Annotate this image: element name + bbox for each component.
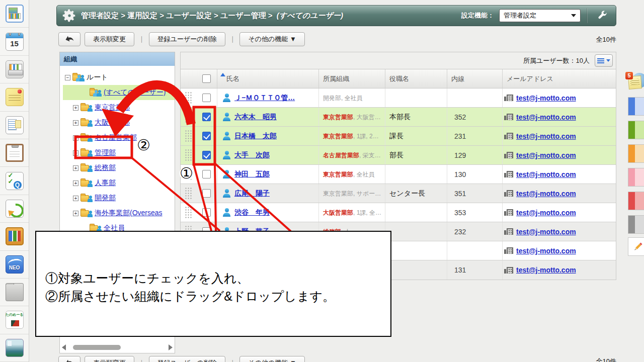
sidebar-app-schedule[interactable]: 15 <box>0 28 29 55</box>
drag-handle-icon[interactable] <box>185 187 192 200</box>
tree-expander[interactable]: + <box>73 165 78 171</box>
tree-expander[interactable]: − <box>65 75 70 80</box>
back-button[interactable] <box>58 32 80 46</box>
note-color-tab[interactable] <box>628 97 644 116</box>
email-link[interactable]: test@j-motto.com <box>516 228 576 236</box>
email-link[interactable]: test@j-motto.com <box>516 266 576 274</box>
tree-node-label[interactable]: (すべてのユーザー) <box>104 88 166 97</box>
sidebar-app-tanomeru[interactable]: たのめーる <box>0 306 29 334</box>
list-menu-button[interactable] <box>595 54 613 67</box>
user-icon <box>222 208 231 217</box>
drag-handle-icon[interactable] <box>185 130 192 143</box>
user-name-link[interactable]: 渋谷 年男 <box>234 208 270 217</box>
note-color-tab[interactable] <box>628 215 644 234</box>
sidebar-app-folder[interactable] <box>0 279 29 306</box>
tree-expander[interactable]: + <box>73 150 78 156</box>
tree-node-開発部: + 開発部 <box>63 191 175 206</box>
settings-wrench-button[interactable] <box>594 8 611 23</box>
sidebar-app-workflow[interactable] <box>0 195 29 223</box>
tree-node-label[interactable]: ルート <box>87 73 108 82</box>
sidebar-app-facility[interactable] <box>0 56 29 83</box>
chevron-down-icon <box>571 14 576 17</box>
user-name-link[interactable]: 神田 五郎 <box>234 170 270 179</box>
delete-users-button[interactable]: 登録ユーザーの削除 <box>149 32 225 46</box>
tree-node-label[interactable]: 大阪営業部 <box>95 118 130 127</box>
user-name-link[interactable]: Ｊ−ＭＯＴＴＯ管… <box>234 94 295 103</box>
drag-handle-cell[interactable] <box>181 127 196 145</box>
note-color-tab[interactable] <box>628 192 644 210</box>
note-color-tab[interactable] <box>628 168 644 187</box>
tree-expander[interactable]: + <box>73 120 78 126</box>
sidebar-app-neo[interactable]: NEO <box>0 251 29 279</box>
scrollbar-thumb[interactable] <box>73 345 121 350</box>
drag-handle-cell[interactable] <box>181 108 196 126</box>
change-sort-order-button[interactable]: 表示順変更 <box>85 32 134 46</box>
drag-handle-icon[interactable] <box>185 92 192 105</box>
tree-node-label[interactable]: 名古屋営業部 <box>95 133 137 142</box>
user-name-link[interactable]: 六本木 昭男 <box>234 113 277 122</box>
email-link[interactable]: test@j-motto.com <box>516 190 576 198</box>
delete-users-button[interactable]: 登録ユーザーの削除 <box>149 356 225 362</box>
sidebar-app-circular[interactable] <box>0 139 29 167</box>
row-checkbox[interactable] <box>202 94 211 102</box>
tree-node-label[interactable]: 開発部 <box>95 194 116 203</box>
row-checkbox[interactable] <box>202 113 211 121</box>
drag-handle-cell[interactable] <box>181 203 196 222</box>
sidebar-app-document[interactable] <box>0 223 29 250</box>
drag-handle-cell[interactable] <box>181 184 196 203</box>
row-checkbox[interactable] <box>202 132 211 140</box>
tree-expander[interactable]: + <box>73 180 78 186</box>
tree-node-label[interactable]: 海外事業部(Overseas <box>95 209 163 218</box>
row-checkbox[interactable] <box>202 189 211 198</box>
drag-handle-icon[interactable] <box>185 111 192 124</box>
scroll-right-arrow[interactable] <box>169 344 173 350</box>
user-name-link[interactable]: 日本橋 太郎 <box>234 132 277 141</box>
tree-expander[interactable]: + <box>73 211 78 216</box>
tree-expander[interactable]: + <box>73 196 78 201</box>
row-checkbox[interactable] <box>202 208 211 217</box>
note-color-tab[interactable] <box>628 144 644 163</box>
drag-handle-cell[interactable] <box>181 88 196 107</box>
email-link[interactable]: test@j-motto.com <box>516 132 576 140</box>
back-button[interactable] <box>58 356 80 362</box>
email-link[interactable]: test@j-motto.com <box>516 151 576 159</box>
drag-handle-icon[interactable] <box>185 206 192 219</box>
memo-edit-button[interactable] <box>628 237 644 256</box>
change-sort-order-button[interactable]: 表示順変更 <box>85 356 134 362</box>
sidebar-app-info[interactable] <box>0 334 29 362</box>
email-link[interactable]: test@j-motto.com <box>516 170 576 178</box>
email-link[interactable]: test@j-motto.com <box>516 247 576 255</box>
select-all-checkbox[interactable] <box>202 74 211 83</box>
setting-function-select[interactable]: 管理者設定 <box>499 9 581 22</box>
drag-handle-cell[interactable] <box>181 146 196 164</box>
email-link[interactable]: test@j-motto.com <box>516 209 576 217</box>
step1-marker: ① <box>180 166 193 181</box>
tree-node-label[interactable]: 総務部 <box>95 163 116 172</box>
tree-expander[interactable]: + <box>73 105 78 111</box>
sidebar-app-bulletin[interactable] <box>0 112 29 139</box>
other-functions-button[interactable]: その他の機能 ▼ <box>239 356 304 362</box>
tree-node-label[interactable]: 管理部 <box>95 148 116 157</box>
tree-horizontal-scrollbar[interactable] <box>62 343 173 351</box>
email-link[interactable]: test@j-motto.com <box>516 94 576 102</box>
row-checkbox[interactable] <box>202 170 211 178</box>
column-header-name[interactable]: 氏名 <box>217 69 318 88</box>
sidebar-app-survey[interactable] <box>0 167 29 195</box>
sidebar-app-memo[interactable] <box>0 83 29 111</box>
drag-handle-icon[interactable] <box>185 149 192 162</box>
sticky-notes-shortcut[interactable]: 5 <box>625 72 644 93</box>
user-name-link[interactable]: 広尾 陽子 <box>234 189 270 198</box>
scroll-left-arrow[interactable] <box>62 344 66 350</box>
email-cell: test@j-motto.com <box>502 127 617 145</box>
row-checkbox[interactable] <box>202 151 211 159</box>
other-functions-button[interactable]: その他の機能 ▼ <box>239 32 304 46</box>
folder-user-icon <box>80 149 93 157</box>
note-color-tab[interactable] <box>628 121 644 139</box>
user-name-link[interactable]: 大手 次郎 <box>234 151 270 160</box>
tree-expander[interactable]: + <box>73 135 78 141</box>
tree-node-label[interactable]: 東京営業部 <box>95 103 130 112</box>
tree-node-label[interactable]: 人事部 <box>95 178 116 188</box>
sidebar-app-portal[interactable] <box>0 0 29 28</box>
email-link[interactable]: test@j-motto.com <box>516 113 576 121</box>
tanomeru-app-icon <box>6 311 24 329</box>
